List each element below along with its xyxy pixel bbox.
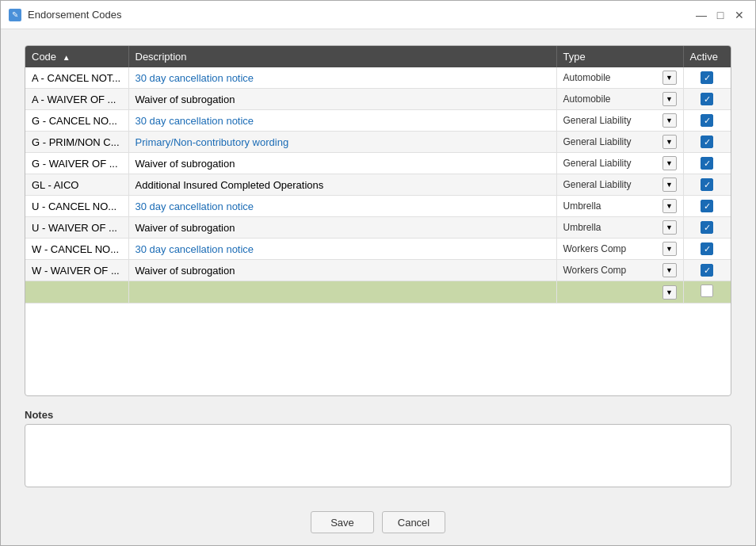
cell-code: G - CANCEL NO... xyxy=(25,110,128,132)
cell-code: G - WAIVER OF ... xyxy=(25,153,128,174)
table-row[interactable]: G - CANCEL NO...30 day cancellation noti… xyxy=(25,110,731,132)
active-checkbox-checked[interactable]: ✓ xyxy=(701,157,713,170)
cell-active[interactable]: ✓ xyxy=(683,89,731,110)
table-row[interactable]: U - WAIVER OF ...Waiver of subrogationUm… xyxy=(25,217,731,239)
cell-type[interactable]: Workers Comp▼ xyxy=(556,260,683,281)
cell-description: Additional Insured Completed Operations xyxy=(128,174,556,196)
active-checkbox-unchecked[interactable] xyxy=(701,284,713,297)
table-row[interactable]: A - CANCEL NOT...30 day cancellation not… xyxy=(25,67,731,89)
cell-description: Waiver of subrogation xyxy=(128,217,556,239)
type-value: Automobile xyxy=(563,94,659,105)
cell-active[interactable]: ✓ xyxy=(683,132,731,153)
type-value: Workers Comp xyxy=(563,265,659,276)
cell-active[interactable] xyxy=(683,281,731,304)
table-row[interactable]: A - WAIVER OF ...Waiver of subrogationAu… xyxy=(25,89,731,110)
cell-code: G - PRIM/NON C... xyxy=(25,132,128,153)
type-dropdown-arrow[interactable]: ▼ xyxy=(662,156,677,170)
col-header-description[interactable]: Description xyxy=(128,46,556,67)
table-row[interactable]: G - WAIVER OF ...Waiver of subrogationGe… xyxy=(25,153,731,174)
table-row[interactable]: ▼ xyxy=(25,281,731,304)
close-button[interactable]: ✕ xyxy=(731,7,747,23)
cell-description xyxy=(128,281,556,304)
cell-type[interactable]: Automobile▼ xyxy=(556,89,683,110)
col-header-code[interactable]: Code ▲ xyxy=(25,46,128,67)
cell-code: A - WAIVER OF ... xyxy=(25,89,128,110)
table-row[interactable]: W - CANCEL NO...30 day cancellation noti… xyxy=(25,239,731,260)
active-checkbox-checked[interactable]: ✓ xyxy=(701,200,713,212)
cell-code: W - WAIVER OF ... xyxy=(25,260,128,281)
content-area: Code ▲ Description Type Active A - CANCE… xyxy=(1,29,755,503)
cell-type[interactable]: General Liability▼ xyxy=(556,132,683,153)
button-row: Save Cancel xyxy=(1,503,755,545)
type-value: General Liability xyxy=(563,136,659,147)
active-checkbox-checked[interactable]: ✓ xyxy=(701,136,713,148)
cell-active[interactable]: ✓ xyxy=(683,67,731,89)
col-header-type[interactable]: Type xyxy=(556,46,683,67)
main-window: ✎ Endorsement Codes — □ ✕ Code ▲ Descrip… xyxy=(0,0,756,546)
active-checkbox-checked[interactable]: ✓ xyxy=(701,221,713,234)
type-value: Automobile xyxy=(563,72,659,83)
type-dropdown-arrow[interactable]: ▼ xyxy=(662,220,677,235)
cell-active[interactable]: ✓ xyxy=(683,153,731,174)
app-icon: ✎ xyxy=(9,9,21,21)
cell-active[interactable]: ✓ xyxy=(683,174,731,196)
cell-type[interactable]: Automobile▼ xyxy=(556,67,683,89)
cell-type[interactable]: General Liability▼ xyxy=(556,153,683,174)
cell-code xyxy=(25,281,128,304)
col-header-active[interactable]: Active xyxy=(683,46,731,67)
cell-type[interactable]: Umbrella▼ xyxy=(556,217,683,239)
cell-type[interactable]: General Liability▼ xyxy=(556,174,683,196)
cell-description: Primary/Non-contributory wording xyxy=(128,132,556,153)
type-dropdown-arrow[interactable]: ▼ xyxy=(662,285,677,300)
table-row[interactable]: W - WAIVER OF ...Waiver of subrogationWo… xyxy=(25,260,731,281)
cancel-button[interactable]: Cancel xyxy=(382,511,445,533)
active-checkbox-checked[interactable]: ✓ xyxy=(701,242,713,255)
cell-type[interactable]: Workers Comp▼ xyxy=(556,239,683,260)
type-value: General Liability xyxy=(563,115,659,126)
type-dropdown-arrow[interactable]: ▼ xyxy=(662,199,677,213)
cell-active[interactable]: ✓ xyxy=(683,110,731,132)
cell-code: U - WAIVER OF ... xyxy=(25,217,128,239)
active-checkbox-checked[interactable]: ✓ xyxy=(701,178,713,191)
save-button[interactable]: Save xyxy=(311,511,374,533)
table-row[interactable]: GL - AICOAdditional Insured Completed Op… xyxy=(25,174,731,196)
window-controls: — □ ✕ xyxy=(693,7,747,23)
active-checkbox-checked[interactable]: ✓ xyxy=(701,264,713,277)
cell-active[interactable]: ✓ xyxy=(683,217,731,239)
table-row[interactable]: U - CANCEL NO...30 day cancellation noti… xyxy=(25,196,731,217)
cell-type[interactable]: General Liability▼ xyxy=(556,110,683,132)
cell-description: Waiver of subrogation xyxy=(128,153,556,174)
table-row[interactable]: G - PRIM/NON C...Primary/Non-contributor… xyxy=(25,132,731,153)
type-dropdown-arrow[interactable]: ▼ xyxy=(662,71,677,85)
notes-textarea[interactable] xyxy=(25,424,731,487)
sort-arrow-icon: ▲ xyxy=(63,53,71,62)
type-value: Umbrella xyxy=(563,200,659,212)
cell-description: 30 day cancellation notice xyxy=(128,239,556,260)
type-dropdown-arrow[interactable]: ▼ xyxy=(662,113,677,128)
type-dropdown-arrow[interactable]: ▼ xyxy=(662,92,677,106)
type-value: Workers Comp xyxy=(563,243,659,254)
minimize-button[interactable]: — xyxy=(693,7,709,23)
cell-active[interactable]: ✓ xyxy=(683,260,731,281)
type-value: General Liability xyxy=(563,179,659,190)
active-checkbox-checked[interactable]: ✓ xyxy=(701,114,713,127)
cell-type[interactable]: Umbrella▼ xyxy=(556,196,683,217)
cell-description: 30 day cancellation notice xyxy=(128,67,556,89)
cell-active[interactable]: ✓ xyxy=(683,196,731,217)
cell-active[interactable]: ✓ xyxy=(683,239,731,260)
active-checkbox-checked[interactable]: ✓ xyxy=(701,71,713,84)
type-dropdown-arrow[interactable]: ▼ xyxy=(662,242,677,256)
type-value: General Liability xyxy=(563,158,659,169)
endorsement-table: Code ▲ Description Type Active A - CANCE… xyxy=(25,46,731,304)
maximize-button[interactable]: □ xyxy=(712,7,728,23)
endorsement-table-container: Code ▲ Description Type Active A - CANCE… xyxy=(25,45,731,396)
window-title: Endorsement Codes xyxy=(28,9,122,21)
cell-code: GL - AICO xyxy=(25,174,128,196)
type-dropdown-arrow[interactable]: ▼ xyxy=(662,263,677,277)
type-dropdown-arrow[interactable]: ▼ xyxy=(662,135,677,149)
active-checkbox-checked[interactable]: ✓ xyxy=(701,93,713,105)
cell-type[interactable]: ▼ xyxy=(556,281,683,304)
cell-code: U - CANCEL NO... xyxy=(25,196,128,217)
table-header-row: Code ▲ Description Type Active xyxy=(25,46,731,67)
type-dropdown-arrow[interactable]: ▼ xyxy=(662,178,677,192)
